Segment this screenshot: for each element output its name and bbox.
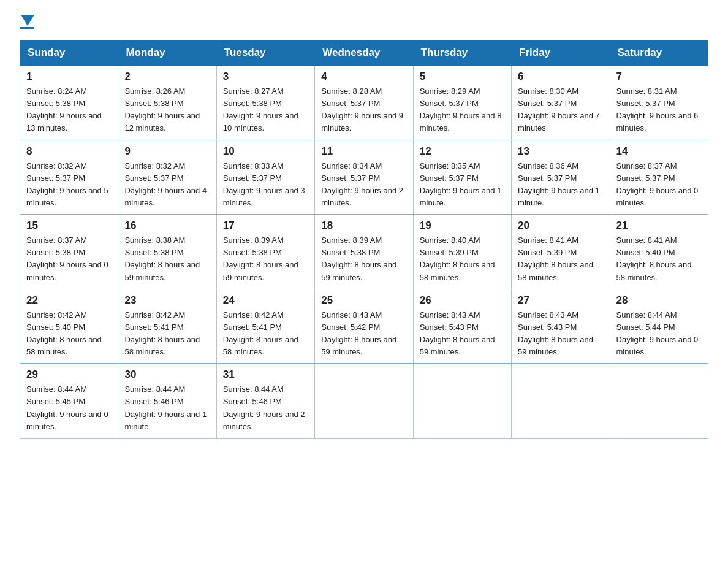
calendar-cell: 19Sunrise: 8:40 AMSunset: 5:39 PMDayligh… [413, 215, 511, 289]
day-info: Sunrise: 8:39 AMSunset: 5:38 PMDaylight:… [223, 234, 308, 284]
day-number: 6 [518, 71, 603, 83]
day-number: 5 [420, 71, 505, 83]
svg-marker-0 [21, 15, 34, 26]
day-number: 7 [616, 71, 702, 83]
day-number: 10 [223, 145, 308, 158]
day-info: Sunrise: 8:35 AMSunset: 5:37 PMDaylight:… [420, 160, 505, 210]
calendar-cell [315, 364, 413, 439]
calendar-cell: 10Sunrise: 8:33 AMSunset: 5:37 PMDayligh… [216, 140, 314, 215]
day-number: 12 [420, 145, 505, 158]
day-info: Sunrise: 8:28 AMSunset: 5:37 PMDaylight:… [321, 85, 406, 135]
day-number: 31 [223, 369, 308, 381]
calendar-cell: 15Sunrise: 8:37 AMSunset: 5:38 PMDayligh… [20, 215, 118, 289]
weekday-header-tuesday: Tuesday [216, 40, 314, 66]
day-info: Sunrise: 8:42 AMSunset: 5:41 PMDaylight:… [223, 309, 308, 359]
day-info: Sunrise: 8:43 AMSunset: 5:42 PMDaylight:… [321, 309, 406, 359]
day-info: Sunrise: 8:41 AMSunset: 5:39 PMDaylight:… [518, 234, 603, 284]
day-number: 20 [518, 220, 603, 232]
day-number: 23 [124, 294, 210, 307]
day-number: 21 [616, 220, 702, 232]
logo-content [20, 15, 34, 29]
day-info: Sunrise: 8:32 AMSunset: 5:37 PMDaylight:… [124, 160, 210, 210]
calendar-cell: 28Sunrise: 8:44 AMSunset: 5:44 PMDayligh… [610, 289, 708, 364]
day-number: 16 [124, 220, 210, 232]
page-header [20, 15, 708, 29]
day-info: Sunrise: 8:40 AMSunset: 5:39 PMDaylight:… [420, 234, 505, 284]
day-number: 24 [223, 294, 308, 307]
calendar-cell [413, 364, 511, 439]
weekday-header-row: SundayMondayTuesdayWednesdayThursdayFrid… [20, 40, 708, 66]
calendar-cell: 2Sunrise: 8:26 AMSunset: 5:38 PMDaylight… [118, 66, 216, 140]
day-number: 29 [26, 369, 112, 381]
calendar-table: SundayMondayTuesdayWednesdayThursdayFrid… [20, 40, 708, 439]
calendar-cell: 29Sunrise: 8:44 AMSunset: 5:45 PMDayligh… [20, 364, 118, 439]
day-info: Sunrise: 8:26 AMSunset: 5:38 PMDaylight:… [124, 85, 210, 135]
day-info: Sunrise: 8:43 AMSunset: 5:43 PMDaylight:… [420, 309, 505, 359]
calendar-cell: 22Sunrise: 8:42 AMSunset: 5:40 PMDayligh… [20, 289, 118, 364]
calendar-cell: 17Sunrise: 8:39 AMSunset: 5:38 PMDayligh… [216, 215, 314, 289]
day-info: Sunrise: 8:29 AMSunset: 5:37 PMDaylight:… [420, 85, 505, 135]
day-info: Sunrise: 8:38 AMSunset: 5:38 PMDaylight:… [124, 234, 210, 284]
day-info: Sunrise: 8:31 AMSunset: 5:37 PMDaylight:… [616, 85, 702, 135]
day-number: 11 [321, 145, 406, 158]
day-info: Sunrise: 8:33 AMSunset: 5:37 PMDaylight:… [223, 160, 308, 210]
day-info: Sunrise: 8:36 AMSunset: 5:37 PMDaylight:… [518, 160, 603, 210]
calendar-cell [610, 364, 708, 439]
day-number: 9 [124, 145, 210, 158]
calendar-cell: 4Sunrise: 8:28 AMSunset: 5:37 PMDaylight… [315, 66, 413, 140]
day-number: 26 [420, 294, 505, 307]
day-number: 18 [321, 220, 406, 232]
day-number: 1 [26, 71, 112, 83]
logo-triangle-icon [21, 15, 34, 26]
calendar-cell: 3Sunrise: 8:27 AMSunset: 5:38 PMDaylight… [216, 66, 314, 140]
calendar-cell: 5Sunrise: 8:29 AMSunset: 5:37 PMDaylight… [413, 66, 511, 140]
calendar-cell: 12Sunrise: 8:35 AMSunset: 5:37 PMDayligh… [413, 140, 511, 215]
weekday-header-sunday: Sunday [20, 40, 118, 66]
day-info: Sunrise: 8:44 AMSunset: 5:45 PMDaylight:… [26, 383, 112, 433]
week-row-5: 29Sunrise: 8:44 AMSunset: 5:45 PMDayligh… [20, 364, 708, 439]
weekday-header-friday: Friday [512, 40, 610, 66]
day-info: Sunrise: 8:32 AMSunset: 5:37 PMDaylight:… [26, 160, 112, 210]
day-number: 30 [124, 369, 210, 381]
week-row-2: 8Sunrise: 8:32 AMSunset: 5:37 PMDaylight… [20, 140, 708, 215]
day-info: Sunrise: 8:39 AMSunset: 5:38 PMDaylight:… [321, 234, 406, 284]
day-number: 3 [223, 71, 308, 83]
day-info: Sunrise: 8:37 AMSunset: 5:38 PMDaylight:… [26, 234, 112, 284]
calendar-cell: 11Sunrise: 8:34 AMSunset: 5:37 PMDayligh… [315, 140, 413, 215]
calendar-cell: 13Sunrise: 8:36 AMSunset: 5:37 PMDayligh… [512, 140, 610, 215]
week-row-3: 15Sunrise: 8:37 AMSunset: 5:38 PMDayligh… [20, 215, 708, 289]
day-number: 22 [26, 294, 112, 307]
day-info: Sunrise: 8:27 AMSunset: 5:38 PMDaylight:… [223, 85, 308, 135]
calendar-cell: 23Sunrise: 8:42 AMSunset: 5:41 PMDayligh… [118, 289, 216, 364]
calendar-cell: 24Sunrise: 8:42 AMSunset: 5:41 PMDayligh… [216, 289, 314, 364]
day-info: Sunrise: 8:44 AMSunset: 5:46 PMDaylight:… [223, 383, 308, 433]
calendar-cell: 18Sunrise: 8:39 AMSunset: 5:38 PMDayligh… [315, 215, 413, 289]
day-info: Sunrise: 8:41 AMSunset: 5:40 PMDaylight:… [616, 234, 702, 284]
calendar-cell: 30Sunrise: 8:44 AMSunset: 5:46 PMDayligh… [118, 364, 216, 439]
weekday-header-wednesday: Wednesday [315, 40, 413, 66]
calendar-cell [512, 364, 610, 439]
day-number: 2 [124, 71, 210, 83]
calendar-cell: 8Sunrise: 8:32 AMSunset: 5:37 PMDaylight… [20, 140, 118, 215]
calendar-cell: 20Sunrise: 8:41 AMSunset: 5:39 PMDayligh… [512, 215, 610, 289]
day-info: Sunrise: 8:42 AMSunset: 5:40 PMDaylight:… [26, 309, 112, 359]
calendar-cell: 31Sunrise: 8:44 AMSunset: 5:46 PMDayligh… [216, 364, 314, 439]
calendar-cell: 14Sunrise: 8:37 AMSunset: 5:37 PMDayligh… [610, 140, 708, 215]
day-info: Sunrise: 8:43 AMSunset: 5:43 PMDaylight:… [518, 309, 603, 359]
day-info: Sunrise: 8:44 AMSunset: 5:44 PMDaylight:… [616, 309, 702, 359]
weekday-header-thursday: Thursday [413, 40, 511, 66]
calendar-cell: 26Sunrise: 8:43 AMSunset: 5:43 PMDayligh… [413, 289, 511, 364]
day-number: 25 [321, 294, 406, 307]
day-number: 17 [223, 220, 308, 232]
logo [20, 15, 34, 29]
day-info: Sunrise: 8:44 AMSunset: 5:46 PMDaylight:… [124, 383, 210, 433]
weekday-header-monday: Monday [118, 40, 216, 66]
calendar-cell: 7Sunrise: 8:31 AMSunset: 5:37 PMDaylight… [610, 66, 708, 140]
day-number: 28 [616, 294, 702, 307]
week-row-4: 22Sunrise: 8:42 AMSunset: 5:40 PMDayligh… [20, 289, 708, 364]
calendar-cell: 21Sunrise: 8:41 AMSunset: 5:40 PMDayligh… [610, 215, 708, 289]
day-number: 4 [321, 71, 406, 83]
calendar-cell: 6Sunrise: 8:30 AMSunset: 5:37 PMDaylight… [512, 66, 610, 140]
day-number: 14 [616, 145, 702, 158]
logo-underline [20, 27, 34, 29]
